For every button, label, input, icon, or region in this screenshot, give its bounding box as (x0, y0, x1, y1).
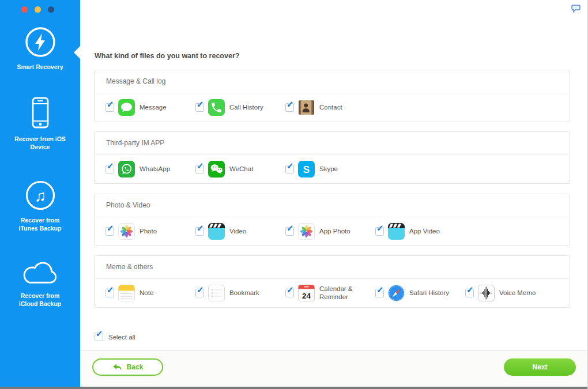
file-type-item[interactable]: ✓Bookmark (195, 285, 285, 301)
checkbox-icon[interactable]: ✓ (195, 103, 204, 112)
note-icon (118, 285, 135, 301)
sidebar-item-smart-recovery[interactable]: Smart Recovery (0, 26, 80, 71)
file-type-label: Note (140, 289, 153, 297)
lightning-circle-icon (0, 26, 80, 58)
section: Message & Call log✓Message✓Call History✓… (94, 70, 570, 122)
select-all-checkbox[interactable]: ✓ Select all (95, 333, 135, 341)
file-type-item[interactable]: ✓24Calendar & Reminder (285, 285, 375, 301)
file-type-label: Calendar & Reminder (319, 285, 353, 300)
checkbox-icon[interactable]: ✓ (285, 289, 294, 297)
back-arrow-icon (112, 363, 122, 371)
section-items-row: ✓Photo✓Video✓App Photo✓App Video (95, 217, 570, 246)
checkbox-icon[interactable]: ✓ (465, 289, 474, 297)
file-type-item[interactable]: ✓SSkype (285, 161, 375, 177)
section-items-row: ✓Message✓Call History✓Contact (95, 93, 570, 122)
checkbox-icon[interactable]: ✓ (285, 227, 294, 236)
checkbox-icon[interactable]: ✓ (375, 289, 384, 297)
next-button[interactable]: Next (504, 358, 576, 376)
sidebar-item-label: Recover from iCloud Backup (0, 292, 80, 308)
sidebar-item-recover-from-icloud-backup[interactable]: Recover from iCloud Backup (0, 259, 80, 308)
checkbox-icon[interactable]: ✓ (195, 165, 204, 173)
message-icon (118, 99, 135, 116)
file-type-label: Bookmark (229, 289, 259, 297)
sidebar-item-recover-from-itunes-backup[interactable]: ♫Recover from iTunes Backup (0, 179, 80, 232)
iphone-icon (0, 96, 80, 130)
file-type-item[interactable]: ✓WhatsApp (105, 161, 195, 177)
section: Third-party IM APP✓WhatsApp✓WeChat✓SSkyp… (94, 131, 570, 184)
call-history-icon (208, 99, 225, 116)
svg-text:S: S (303, 164, 310, 175)
checkbox-icon[interactable]: ✓ (105, 103, 114, 112)
select-all-label: Select all (108, 334, 135, 341)
checkbox-icon[interactable]: ✓ (195, 289, 204, 297)
photo-icon (298, 223, 315, 240)
bookmark-icon (208, 285, 225, 301)
sidebar-item-label: Recover from iOS Device (0, 135, 80, 151)
contact-icon (298, 99, 315, 116)
whatsapp-icon (118, 161, 135, 177)
feedback-bubble-icon[interactable] (571, 5, 581, 15)
footer-bar: Back Next (80, 350, 587, 387)
file-type-label: WeChat (229, 165, 253, 173)
back-button-label: Back (127, 363, 144, 371)
svg-text:24: 24 (302, 292, 311, 300)
file-type-label: WhatsApp (140, 165, 170, 173)
section-title: Message & Call log (95, 70, 570, 93)
safari-icon (388, 285, 405, 301)
section: Memo & others✓Note✓Bookmark✓24Calendar &… (94, 255, 570, 308)
skype-icon: S (298, 161, 315, 177)
checkbox-icon[interactable]: ✓ (195, 227, 204, 236)
checkbox-icon[interactable]: ✓ (285, 165, 294, 173)
file-type-item[interactable]: ✓Contact (285, 99, 375, 116)
zoom-button[interactable] (48, 6, 54, 13)
active-item-pointer (74, 46, 80, 59)
file-type-label: Video (229, 228, 246, 235)
voice-memo-icon (478, 285, 495, 301)
checkbox-icon[interactable]: ✓ (285, 103, 294, 112)
file-type-label: App Video (409, 228, 440, 235)
file-type-item[interactable]: ✓Safari History (375, 285, 465, 301)
app-window: Smart RecoveryRecover from iOS Device♫Re… (0, 0, 588, 389)
file-type-item[interactable]: ✓Photo (105, 223, 195, 240)
checkbox-icon[interactable]: ✓ (105, 165, 114, 173)
section-items-row: ✓WhatsApp✓WeChat✓SSkype (95, 155, 570, 183)
section-title: Third-party IM APP (95, 132, 570, 155)
svg-text:♫: ♫ (34, 187, 46, 205)
file-type-item[interactable]: ✓Call History (195, 99, 285, 116)
file-type-item[interactable]: ✓Video (195, 223, 285, 240)
window-bottom-edge (0, 387, 587, 389)
file-type-label: Safari History (409, 289, 449, 297)
checkbox-icon[interactable]: ✓ (375, 227, 384, 236)
page-title: What kind of files do you want to recove… (95, 52, 239, 60)
file-type-label: Skype (319, 165, 338, 173)
file-type-label: Message (140, 104, 167, 111)
checkbox-icon: ✓ (95, 333, 103, 341)
wechat-icon (208, 161, 225, 177)
file-type-item[interactable]: ✓Message (105, 99, 195, 116)
sidebar-item-recover-from-ios-device[interactable]: Recover from iOS Device (0, 96, 80, 151)
sidebar-item-label: Smart Recovery (0, 63, 80, 71)
section: Photo & Video✓Photo✓Video✓App Photo✓App … (94, 194, 570, 246)
calendar-icon: 24 (298, 285, 315, 301)
file-type-label: Contact (319, 104, 342, 111)
file-type-item[interactable]: ✓App Photo (285, 223, 375, 240)
video-icon (388, 223, 405, 240)
back-button[interactable]: Back (92, 358, 163, 376)
file-type-label: App Photo (319, 228, 350, 235)
traffic-lights (21, 6, 54, 13)
cloud-icon (0, 259, 80, 287)
file-type-item[interactable]: ✓Voice Memo (465, 285, 555, 301)
photo-icon (118, 223, 135, 240)
close-button[interactable] (21, 6, 28, 13)
file-type-label: Photo (140, 228, 157, 235)
checkbox-icon[interactable]: ✓ (105, 289, 114, 297)
checkbox-icon[interactable]: ✓ (105, 227, 114, 236)
section-title: Memo & others (95, 256, 570, 279)
video-icon (208, 223, 225, 240)
music-note-circle-icon: ♫ (0, 179, 80, 212)
file-type-item[interactable]: ✓WeChat (195, 161, 285, 177)
minimize-button[interactable] (35, 6, 41, 13)
section-items-row: ✓Note✓Bookmark✓24Calendar & Reminder✓Saf… (95, 279, 570, 307)
file-type-item[interactable]: ✓App Video (375, 223, 465, 240)
file-type-item[interactable]: ✓Note (105, 285, 195, 301)
